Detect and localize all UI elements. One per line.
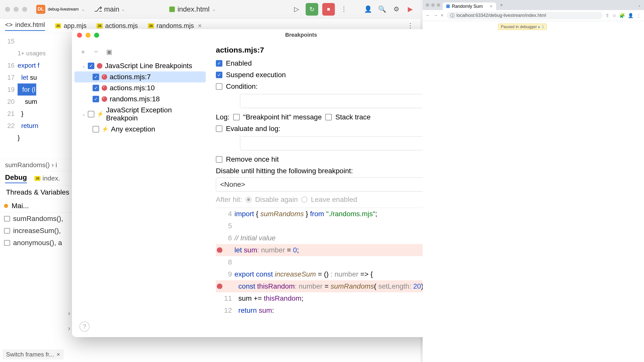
breakpoint-icon[interactable]: [217, 247, 222, 253]
share-icon[interactable]: ⇧: [606, 13, 609, 18]
dialog-window-controls[interactable]: [77, 33, 99, 38]
chevron-down-icon[interactable]: ⌄: [638, 3, 641, 8]
favicon-icon: [446, 5, 450, 8]
checkbox[interactable]: [93, 126, 99, 132]
tab-actions-mjs[interactable]: JS actions.mjs: [97, 22, 138, 30]
reload-icon[interactable]: ×: [441, 13, 444, 18]
tab-app-mjs[interactable]: JS app.mjs: [55, 22, 87, 30]
close-dot[interactable]: [426, 3, 429, 7]
lightning-icon: ⚡: [102, 126, 108, 132]
tree-label: Any exception: [111, 125, 155, 133]
remove-icon[interactable]: −: [93, 48, 100, 55]
info-icon: ⓘ: [450, 13, 455, 19]
run-config-name: index.html: [177, 5, 210, 13]
js-icon: JS: [55, 23, 61, 28]
close-icon[interactable]: ×: [490, 4, 493, 9]
close-icon[interactable]: ×: [57, 351, 60, 358]
toolbar-actions: ▷ ↻ ■ ⋮ 👤 🔍 ⚙ ▶: [292, 3, 415, 16]
thread-name: Mai...: [12, 202, 29, 210]
min-dot[interactable]: [431, 3, 435, 7]
frame-icon: [4, 240, 10, 246]
extensions-icon[interactable]: 🧩: [619, 13, 625, 18]
close-dot[interactable]: [5, 7, 10, 12]
tree-label: actions.mjs:7: [110, 73, 151, 81]
more-icon[interactable]: ⋮: [339, 4, 349, 14]
min-dot[interactable]: [14, 7, 19, 12]
after-hit-label: After hit:: [216, 196, 242, 204]
settings-icon[interactable]: ⚙: [391, 4, 401, 14]
forward-icon[interactable]: →: [433, 13, 438, 18]
frame-icon: [4, 228, 10, 234]
browser-tab[interactable]: Randomly Sum ×: [443, 3, 496, 10]
checkbox[interactable]: ✓: [88, 63, 94, 69]
js-icon: JS: [97, 23, 103, 28]
max-dot[interactable]: [437, 3, 440, 7]
select-value: <None>: [220, 180, 245, 189]
checkbox[interactable]: [88, 111, 94, 117]
expand-icon[interactable]: ›: [68, 324, 70, 332]
profile-icon[interactable]: 👤: [628, 13, 633, 18]
project-selector[interactable]: DL debug-livestream ⌄: [36, 5, 85, 14]
debug-icon[interactable]: ▷: [292, 4, 302, 14]
debug-file-tab[interactable]: JS index.: [34, 174, 60, 182]
tree-item-any-exception[interactable]: ⚡ Any exception: [74, 124, 206, 135]
play-icon[interactable]: ▸: [538, 24, 540, 29]
group-icon[interactable]: ▣: [106, 48, 113, 55]
checkbox[interactable]: ✓: [93, 96, 99, 102]
breakpoint-icon: [97, 63, 102, 69]
checkbox[interactable]: ✓: [93, 85, 99, 91]
disable-again-radio[interactable]: [246, 197, 252, 203]
suspend-checkbox[interactable]: ✓: [216, 72, 222, 78]
run-config[interactable]: index.html ⌄: [169, 5, 216, 13]
step-icon[interactable]: ⤵: [542, 25, 544, 29]
radio-label: Leave enabled: [311, 196, 357, 204]
browser-window: Randomly Sum × + ⌄ ← → × ⓘ localhost:633…: [423, 0, 644, 362]
max-dot[interactable]: [22, 7, 27, 12]
browser-window-controls[interactable]: [426, 3, 440, 7]
star-icon[interactable]: ☆: [612, 13, 616, 18]
plugin-icon[interactable]: ▶: [405, 4, 415, 14]
breakpoint-icon[interactable]: [217, 284, 222, 289]
tab-randoms-mjs[interactable]: JS randoms.mjs ×: [148, 22, 202, 30]
expand-icon[interactable]: ›: [68, 309, 70, 317]
remove-label: Remove once hit: [226, 155, 279, 163]
eval-checkbox[interactable]: [216, 125, 222, 132]
tab-index-html[interactable]: <> index.html: [5, 21, 45, 31]
close-icon[interactable]: ×: [198, 22, 202, 30]
minimize-icon[interactable]: [86, 33, 91, 38]
tree-item-actions-7[interactable]: ✓ actions.mjs:7: [74, 71, 206, 82]
remove-checkbox[interactable]: [216, 156, 222, 163]
help-icon[interactable]: ?: [79, 322, 90, 332]
leave-enabled-radio[interactable]: [301, 197, 307, 203]
tree-group-js-line[interactable]: ⌄ ✓ JavaScript Line Breakpoints: [74, 60, 206, 71]
tree-item-randoms-18[interactable]: ✓ randoms.mjs:18: [74, 94, 206, 105]
window-controls[interactable]: [5, 7, 27, 12]
stack-checkbox[interactable]: [325, 114, 332, 120]
search-icon[interactable]: 🔍: [377, 4, 387, 14]
checkbox[interactable]: ✓: [93, 74, 99, 80]
frame-icon: [4, 216, 10, 221]
new-tab-icon[interactable]: +: [500, 2, 503, 8]
close-icon[interactable]: [77, 33, 82, 38]
enabled-checkbox[interactable]: ✓: [216, 60, 222, 67]
browser-toolbar: ← → × ⓘ localhost:63342/debug-livestream…: [423, 10, 644, 21]
rerun-button[interactable]: ↻: [306, 3, 318, 16]
tree-group-js-exception[interactable]: ⌄ ⚡ JavaScript Exception Breakpoin: [74, 105, 206, 124]
bphit-checkbox[interactable]: [233, 114, 240, 120]
tree-label: JavaScript Line Breakpoints: [105, 62, 192, 70]
debug-tab[interactable]: Debug: [5, 173, 27, 183]
git-branch[interactable]: ⎇ main ⌄: [94, 5, 125, 13]
stop-button[interactable]: ■: [322, 3, 335, 16]
address-bar[interactable]: ⓘ localhost:63342/debug-livestream/index…: [447, 12, 602, 19]
condition-checkbox[interactable]: [216, 83, 222, 90]
maximize-icon[interactable]: [94, 33, 99, 38]
back-icon[interactable]: ←: [426, 13, 430, 18]
add-icon[interactable]: +: [79, 48, 87, 55]
collab-icon[interactable]: 👤: [363, 4, 373, 14]
tree-label: JavaScript Exception Breakpoin: [106, 106, 203, 122]
tree-item-actions-10[interactable]: ✓ actions.mjs:10: [74, 82, 206, 94]
log-label: Log:: [216, 113, 230, 121]
branch-name: main: [104, 5, 119, 13]
debug-file-label: index.: [43, 174, 60, 182]
menu-icon[interactable]: ⋮: [636, 13, 641, 18]
